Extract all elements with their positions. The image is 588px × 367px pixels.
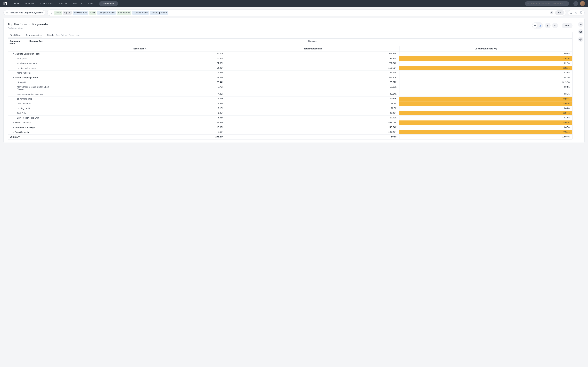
table-row[interactable]: wind jacket25.06K293.56K8.54%: [8, 56, 572, 61]
cell-value: 95.37K: [226, 80, 399, 85]
query-token[interactable]: Portfolio Name: [132, 11, 149, 15]
nav-link[interactable]: ANSWERS: [25, 2, 35, 5]
cell-value: 49.99K: [226, 97, 399, 101]
sort-icon: [145, 48, 147, 50]
row-label-cell: Slim Fit Tech Polo Shirt: [8, 116, 53, 120]
cell-value: 74.48K: [226, 70, 399, 75]
go-button[interactable]: Go: [555, 10, 564, 15]
header-row-group: Campaign Name Keyword Text Summary: [8, 39, 572, 46]
row-label-cell: Mens raincoat: [8, 70, 53, 75]
query-input-row[interactable]: Clickstop 25Keyword TextCTRCampaign Name…: [47, 9, 566, 16]
nav-link[interactable]: DATA: [88, 2, 94, 5]
header-row-columns: Total Clicks Total Impressions Clickthro…: [8, 46, 572, 51]
undo-icon[interactable]: [570, 11, 572, 14]
cell-value: 9.43%: [399, 106, 572, 111]
row-label-cell: Golf Top Mens: [8, 101, 53, 106]
row-label-cell: running t shirt: [8, 106, 53, 111]
cell-value: 8.96%: [399, 120, 572, 125]
search-icon: [527, 2, 530, 5]
app-logo[interactable]: [3, 1, 7, 6]
row-label-cell: Men's Merino Tencel Cotton Short Sleeve: [8, 85, 53, 92]
reset-icon[interactable]: [580, 11, 583, 14]
cell-value: 9.85%: [399, 92, 572, 96]
dim-header[interactable]: Keyword Text: [28, 39, 53, 46]
table-row[interactable]: on running shirt4.44K49.99K8.88%: [8, 97, 572, 101]
table-row[interactable]: Headwear Campaign13.32K140.64K9.47%: [8, 125, 572, 130]
more-actions-button[interactable]: [552, 23, 558, 28]
query-token[interactable]: Campaign Name: [97, 11, 116, 15]
cell-value: 29.3K: [226, 101, 399, 106]
top-nav: HOMEANSWERSLIVEBOARDSSPOTIQMONITORDATA S…: [0, 0, 588, 7]
column-header-label: Total Clicks: [133, 48, 144, 50]
table-row[interactable]: Shirts Campaign Total59.68K413.96K14.42%: [8, 75, 572, 80]
caret-right-icon[interactable]: [13, 132, 14, 133]
caret-right-icon[interactable]: [13, 122, 14, 123]
dim-header[interactable]: Campaign Name: [8, 39, 28, 46]
nav-links: HOMEANSWERSLIVEBOARDSSPOTIQMONITORDATA: [14, 2, 94, 5]
chart-mode-button[interactable]: [537, 23, 543, 28]
query-token[interactable]: Clicks: [54, 11, 62, 15]
cell-value: 8.31%: [399, 111, 572, 115]
query-token[interactable]: Keyword Text: [73, 11, 88, 15]
caret-right-icon[interactable]: [13, 127, 14, 128]
table-row[interactable]: Shorts Campaign49.57K553.19K8.96%: [8, 120, 572, 125]
cell-value: 231.74K: [226, 61, 399, 66]
measure-tab[interactable]: Clickthro: [44, 32, 54, 38]
global-search[interactable]: [525, 1, 569, 6]
data-source-chip[interactable]: Amazon Ads Display Keywords: [3, 10, 45, 15]
nav-link[interactable]: LIVEBOARDS: [40, 2, 54, 5]
cell-value: 45.24K: [226, 92, 399, 96]
cell-value: 25.06K: [53, 56, 226, 61]
column-header[interactable]: Clickthrough Rate (%): [399, 46, 572, 51]
nav-link[interactable]: SPOTIQ: [59, 2, 68, 5]
cell-value: 22.26K: [226, 111, 399, 115]
tab-scroll-indicator[interactable]: [8, 38, 42, 38]
table-row[interactable]: running jacket men's14.32K159.51K8.98%: [8, 66, 572, 70]
table-row[interactable]: windbreaker womens21.36K231.74K9.22%: [8, 61, 572, 66]
row-label-cell: running jacket men's: [8, 66, 53, 70]
table-row[interactable]: Jackets Campaign Total74.09K821.57K9.02%: [8, 51, 572, 56]
cell-value: 8.98%: [399, 66, 572, 70]
pin-button[interactable]: Pin: [562, 23, 572, 28]
column-drop-zone[interactable]: Drop Column Fields Here: [54, 32, 572, 38]
nav-link[interactable]: MONITOR: [73, 2, 83, 5]
share-button[interactable]: [545, 23, 551, 28]
table-row[interactable]: Bags Campaign8.63K109.26K7.90%: [8, 130, 572, 134]
table-row[interactable]: Golf Polo1.85K22.26K8.31%: [8, 111, 572, 116]
settings-button[interactable]: [578, 29, 583, 34]
table-row[interactable]: hiking shirt30.44K95.37K31.92%: [8, 80, 572, 85]
query-token[interactable]: Impressions: [117, 11, 131, 15]
table-row[interactable]: icebreaker merino wool shirt4.46K45.24K9…: [8, 92, 572, 97]
answer-description[interactable]: Add description: [8, 27, 48, 29]
query-token[interactable]: Ad Group Name: [150, 11, 168, 15]
explore-button[interactable]: [578, 22, 583, 27]
query-token[interactable]: CTR: [89, 11, 96, 15]
table-mode-button[interactable]: [532, 23, 537, 28]
caret-down-icon[interactable]: [13, 77, 14, 78]
svg-point-4: [554, 25, 555, 26]
info-button[interactable]: [578, 37, 583, 42]
column-header[interactable]: Total Impressions: [226, 46, 399, 51]
cell-value: 10.30%: [399, 70, 572, 75]
user-avatar[interactable]: [580, 1, 585, 6]
table-row[interactable]: Slim Fit Tech Polo Shirt1.61K17.43K9.23%: [8, 116, 572, 120]
row-label-cell: Shirts Campaign Total: [8, 75, 53, 80]
query-token[interactable]: top 25: [63, 11, 72, 15]
search-data-button[interactable]: Search data: [99, 1, 118, 6]
table-row[interactable]: Mens raincoat7.67K74.48K10.30%: [8, 70, 572, 75]
cell-value: 293.56K: [226, 56, 399, 61]
nav-link[interactable]: HOME: [14, 2, 20, 5]
column-header[interactable]: Total Clicks: [53, 46, 226, 51]
caret-down-icon[interactable]: [13, 53, 14, 54]
table-row[interactable]: Men's Merino Tencel Cotton Short Sleeve5…: [8, 85, 572, 92]
redo-icon[interactable]: [575, 11, 578, 14]
cell-value: 5.79K: [53, 85, 226, 92]
row-label: Headwear Campaign: [15, 126, 35, 129]
help-button[interactable]: ?: [573, 1, 578, 6]
table-row[interactable]: running t shirt2.13K22.6K9.43%: [8, 106, 572, 111]
table-row[interactable]: Golf Top Mens2.51K29.3K8.56%: [8, 101, 572, 106]
global-search-input[interactable]: [531, 2, 567, 5]
cell-value: 22.6K: [226, 106, 399, 111]
answer-title[interactable]: Top Performing Keywords: [8, 22, 48, 26]
clear-query-button[interactable]: ✕: [550, 11, 553, 14]
